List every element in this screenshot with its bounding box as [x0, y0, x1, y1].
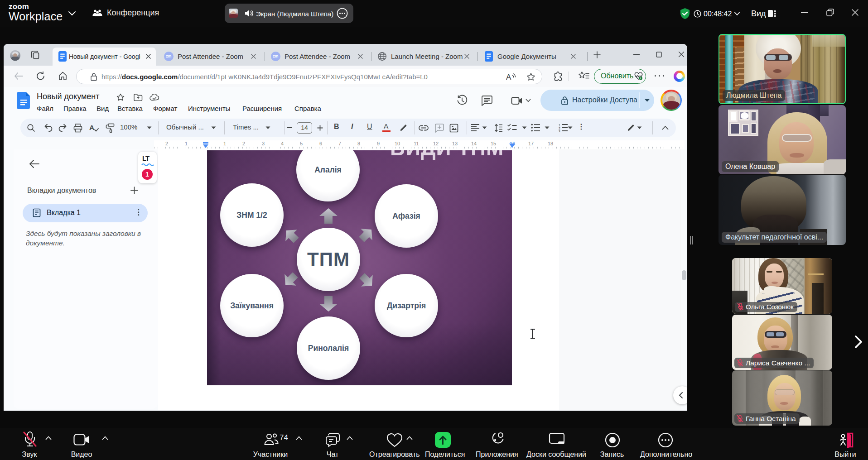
svg-text:A: A — [89, 124, 94, 131]
svg-text:2: 2 — [559, 127, 560, 130]
svg-text:A: A — [506, 73, 511, 81]
svg-text:3: 3 — [559, 130, 560, 132]
svg-text:1: 1 — [559, 124, 560, 127]
